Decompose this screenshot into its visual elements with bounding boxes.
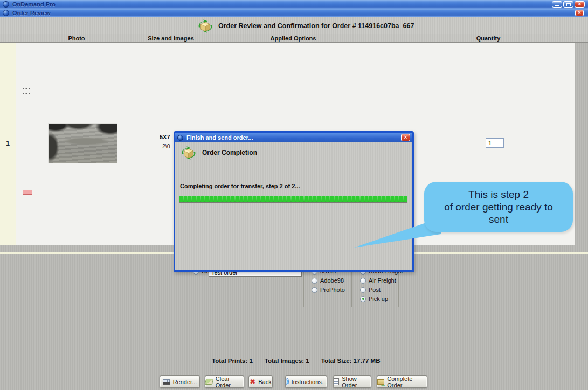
photo-thumbnail[interactable] [48, 123, 117, 163]
page-title: Order Review and Confirmation for Order … [218, 22, 414, 30]
window-title: OnDemand Pro [12, 1, 56, 8]
callout-line: of order getting ready to [444, 201, 553, 213]
close-button[interactable]: × [575, 1, 585, 8]
red-x-icon: ✖ [250, 378, 255, 385]
order-review-titlebar: Order Review × [0, 9, 588, 17]
order-review-icon [3, 10, 9, 16]
info-icon [286, 378, 289, 385]
empty-selection-box [23, 88, 30, 94]
air-freight-radio[interactable] [360, 278, 366, 284]
panel-divider [351, 266, 352, 307]
instructions-button[interactable]: Instructions... [285, 375, 327, 388]
pick-up-radio[interactable] [360, 296, 366, 302]
eraser-icon [205, 379, 213, 385]
column-header-photo: Photo [55, 35, 98, 42]
panel-divider [303, 266, 304, 307]
dialog-close-button[interactable]: × [401, 134, 410, 141]
dialog-title: Finish and send order... [186, 134, 253, 141]
grid-icon [163, 379, 170, 385]
total-images-value: 1 [306, 358, 309, 364]
column-header-quantity: Quantity [467, 35, 510, 42]
close-icon: × [404, 135, 407, 140]
callout-bubble: This is step 2 of order getting ready to… [424, 182, 573, 232]
pick-up-label: Pick up [369, 296, 388, 302]
dialog-icon [177, 135, 183, 141]
window-titlebar: OnDemand Pro × [0, 0, 588, 9]
back-button[interactable]: ✖ Back [248, 375, 273, 388]
post-label: Post [369, 286, 381, 293]
clear-order-button[interactable]: Clear Order [205, 375, 244, 388]
callout-line: sent [489, 213, 508, 225]
package-icon [197, 19, 213, 33]
total-prints-value: 1 [249, 358, 252, 364]
app-icon [3, 1, 9, 8]
render-button-label: Render... [173, 379, 197, 385]
row-size-label: 5X7 [160, 134, 170, 140]
complete-order-button-label: Complete Order [387, 375, 427, 388]
app-window: OnDemand Pro × Order Review × Order Revi… [0, 0, 588, 390]
totals-row: Total Prints: 1 Total Images: 1 Total Si… [212, 358, 380, 364]
radio-adobe98[interactable]: Adobe98 [312, 277, 344, 284]
minimize-icon [555, 5, 559, 6]
back-button-label: Back [258, 379, 271, 385]
maximize-button[interactable] [563, 1, 573, 8]
dialog-heading-band: Order Completion [175, 142, 412, 163]
finish-send-order-dialog: Finish and send order... × Order Complet… [174, 131, 414, 272]
clear-order-button-label: Clear Order [216, 375, 244, 388]
prophoto-radio[interactable] [312, 287, 317, 293]
order-review-close-button[interactable]: × [575, 10, 584, 16]
radio-post[interactable]: Post [360, 286, 381, 293]
column-header-size: Size and Images [139, 35, 203, 42]
callout-line: This is step 2 [468, 188, 529, 201]
radio-pick-up[interactable]: Pick up [360, 296, 388, 302]
prophoto-label: ProPhoto [320, 286, 345, 293]
air-freight-label: Air Freight [369, 277, 396, 284]
maximize-icon [566, 3, 571, 6]
instructions-button-label: Instructions... [292, 379, 327, 385]
package-icon [181, 146, 197, 160]
close-icon: × [578, 2, 582, 7]
page-header: Order Review and Confirmation for Order … [0, 17, 588, 35]
radio-prophoto[interactable]: ProPhoto [312, 286, 345, 293]
complete-order-button[interactable]: Complete Order [377, 375, 427, 388]
post-radio[interactable] [360, 287, 366, 293]
adobe98-label: Adobe98 [320, 277, 344, 284]
column-header-options: Applied Options [261, 35, 326, 42]
dialog-heading: Order Completion [202, 149, 257, 156]
order-review-title: Order Review [12, 10, 51, 16]
radio-air-freight[interactable]: Air Freight [360, 277, 396, 284]
pink-marker [23, 190, 32, 195]
table-header-row: Photo Size and Images Applied Options Qu… [0, 34, 588, 43]
package-arrow-icon [377, 379, 384, 385]
row-size-note: 2\0 [162, 143, 170, 149]
show-order-button-label: Show Order [342, 375, 371, 388]
dialog-status-text: Completing order for transfer, step 2 of… [180, 183, 300, 189]
total-images-label: Total Images: [265, 358, 304, 364]
render-button[interactable]: Render... [160, 375, 200, 388]
quantity-input[interactable] [486, 138, 504, 148]
total-size-label: Total Size: [321, 358, 352, 364]
adobe98-radio[interactable] [312, 278, 317, 284]
list-icon [334, 378, 339, 385]
dialog-titlebar[interactable]: Finish and send order... [175, 133, 412, 142]
close-icon: × [578, 10, 581, 16]
row-index: 1 [0, 140, 16, 147]
progress-bar [179, 196, 407, 203]
total-size-value: 17.77 MB [354, 358, 381, 364]
show-order-button[interactable]: Show Order [333, 375, 371, 388]
total-prints-label: Total Prints: [212, 358, 247, 364]
progress-fill [179, 196, 407, 202]
minimize-button[interactable] [552, 1, 562, 8]
